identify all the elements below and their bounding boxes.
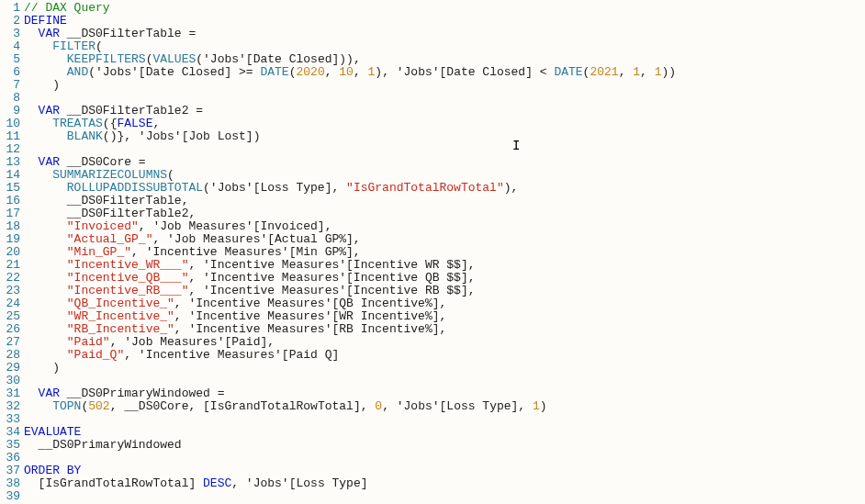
line-number: 5 <box>0 53 20 66</box>
code-line[interactable]: TOPN(502, __DS0Core, [IsGrandTotalRowTot… <box>24 400 865 413</box>
code-token: VAR <box>39 155 60 169</box>
code-token <box>24 39 52 53</box>
code-line[interactable]: VAR __DS0PrimaryWindowed = <box>24 387 865 400</box>
code-token: "WR_Incentive_" <box>67 309 174 323</box>
code-line[interactable] <box>24 143 865 156</box>
code-line[interactable]: ) <box>24 79 865 92</box>
line-number: 10 <box>0 118 20 130</box>
code-token: FILTER <box>52 39 95 53</box>
code-token: KEEPFILTERS <box>67 52 146 66</box>
code-token: "RB_Incentive_" <box>67 322 174 336</box>
code-line[interactable]: EVALUATE <box>24 426 865 439</box>
line-number: 8 <box>0 92 20 105</box>
line-number: 4 <box>0 40 20 53</box>
line-number: 33 <box>0 413 20 426</box>
code-line[interactable]: __DS0FilterTable, <box>24 195 865 207</box>
code-token <box>24 245 67 259</box>
code-line[interactable]: "Incentive_WR___", 'Incentive Measures'[… <box>24 259 865 272</box>
code-token: DEFINE <box>24 14 67 28</box>
code-line[interactable]: AND('Jobs'[Date Closed] >= DATE(2020, 10… <box>24 66 865 79</box>
line-number: 38 <box>0 477 20 490</box>
code-token: "Paid" <box>67 335 110 349</box>
code-line[interactable]: DEFINE <box>24 15 865 28</box>
code-token: 10 <box>339 65 354 79</box>
code-line[interactable]: "Min_GP_", 'Incentive Measures'[Min GP%]… <box>24 246 865 259</box>
code-line[interactable]: // DAX Query <box>24 2 865 15</box>
code-line[interactable]: ORDER BY <box>24 465 865 477</box>
code-line[interactable]: [IsGrandTotalRowTotal] DESC, 'Jobs'[Loss… <box>24 477 865 490</box>
code-token: VALUES <box>152 52 196 66</box>
code-token <box>24 399 52 413</box>
code-token <box>24 168 52 182</box>
line-number: 31 <box>0 387 20 400</box>
code-token: __DS0FilterTable2, <box>24 207 196 220</box>
code-line[interactable]: "Actual_GP_", 'Job Measures'[Actual GP%]… <box>24 233 865 246</box>
line-number: 25 <box>0 310 20 323</box>
code-token <box>24 232 67 246</box>
code-line[interactable]: "WR_Incentive_", 'Incentive Measures'[WR… <box>24 310 865 323</box>
code-line[interactable]: VAR __DS0Core = <box>24 156 865 169</box>
line-number: 30 <box>0 375 20 387</box>
line-number: 13 <box>0 156 20 169</box>
code-line[interactable] <box>24 452 865 465</box>
code-token: , 'Incentive Measures'[Paid Q] <box>124 348 339 362</box>
code-token: TREATAS <box>52 117 103 130</box>
code-area[interactable]: // DAX QueryDEFINE VAR __DS0FilterTable … <box>24 2 865 503</box>
code-token <box>24 52 67 66</box>
code-token <box>24 27 39 40</box>
code-token: TOPN <box>52 399 81 413</box>
code-token: , <box>325 65 340 79</box>
code-line[interactable] <box>24 92 865 105</box>
code-editor[interactable]: 1234567891011121314151617181920212223242… <box>0 0 865 503</box>
code-line[interactable]: TREATAS({FALSE, <box>24 118 865 130</box>
code-token: , 'Incentive Measures'[QB Incentive%], <box>174 297 446 310</box>
line-number: 1 <box>0 2 20 15</box>
code-line[interactable]: "Invoiced", 'Job Measures'[Invoiced], <box>24 220 865 233</box>
code-token: ( <box>95 39 103 53</box>
code-token: , 'Incentive Measures'[Incentive QB $$], <box>188 271 475 285</box>
code-token: "QB_Incentive_" <box>67 297 174 310</box>
code-line[interactable]: ROLLUPADDISSUBTOTAL('Jobs'[Loss Type], "… <box>24 182 865 195</box>
line-number: 9 <box>0 105 20 118</box>
code-line[interactable]: "Paid_Q", 'Incentive Measures'[Paid Q] <box>24 349 865 362</box>
code-token <box>24 104 39 118</box>
code-token: ORDER BY <box>24 464 81 477</box>
code-line[interactable]: "Paid", 'Job Measures'[Paid], <box>24 336 865 349</box>
code-line[interactable]: KEEPFILTERS(VALUES('Jobs'[Date Closed]))… <box>24 53 865 66</box>
code-token <box>24 335 67 349</box>
code-token <box>24 309 67 323</box>
line-number: 2 <box>0 15 20 28</box>
code-token: VAR <box>39 27 60 40</box>
code-line[interactable]: SUMMARIZECOLUMNS( <box>24 169 865 182</box>
code-line[interactable]: "Incentive_QB___", 'Incentive Measures'[… <box>24 272 865 285</box>
code-token: , <box>640 65 655 79</box>
code-line[interactable]: VAR __DS0FilterTable = <box>24 28 865 40</box>
code-token: __DS0FilterTable2 = <box>60 104 203 118</box>
code-token: EVALUATE <box>24 425 81 439</box>
line-number: 34 <box>0 426 20 439</box>
code-line[interactable] <box>24 413 865 426</box>
code-token <box>24 284 67 297</box>
line-number: 32 <box>0 400 20 413</box>
code-token: 1 <box>633 65 640 79</box>
code-line[interactable] <box>24 490 865 503</box>
code-token: DATE <box>554 65 582 79</box>
code-line[interactable]: VAR __DS0FilterTable2 = <box>24 105 865 118</box>
code-token: AND <box>67 65 88 79</box>
code-line[interactable]: __DS0PrimaryWindowed <box>24 439 865 452</box>
code-line[interactable]: "QB_Incentive_", 'Incentive Measures'[QB… <box>24 297 865 310</box>
line-number: 14 <box>0 169 20 182</box>
code-line[interactable]: ) <box>24 362 865 375</box>
code-token: ROLLUPADDISSUBTOTAL <box>67 181 203 195</box>
line-number: 26 <box>0 323 20 336</box>
code-token <box>24 129 67 143</box>
code-token: , 'Incentive Measures'[WR Incentive%], <box>174 309 446 323</box>
code-line[interactable] <box>24 375 865 387</box>
code-line[interactable]: "RB_Incentive_", 'Incentive Measures'[RB… <box>24 323 865 336</box>
code-line[interactable]: __DS0FilterTable2, <box>24 207 865 220</box>
code-line[interactable]: FILTER( <box>24 40 865 53</box>
code-line[interactable]: "Incentive_RB___", 'Incentive Measures'[… <box>24 285 865 297</box>
code-line[interactable]: BLANK()}, 'Jobs'[Job Lost]) <box>24 130 865 143</box>
line-number: 15 <box>0 182 20 195</box>
code-token: VAR <box>39 386 60 400</box>
